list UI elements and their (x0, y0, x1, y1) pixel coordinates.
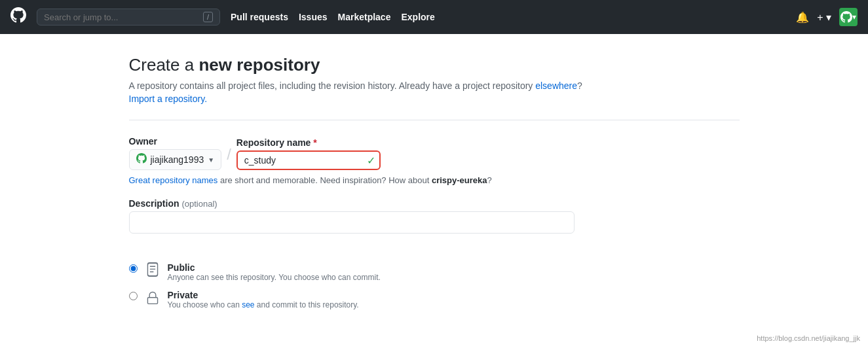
user-avatar-button[interactable]: ▾ (839, 8, 858, 26)
divider (129, 120, 740, 120)
nav-issues[interactable]: Issues (299, 12, 328, 22)
owner-name: jiajikang1993 (151, 154, 204, 165)
import-link: Import a repository. (129, 94, 740, 104)
private-radio[interactable] (129, 292, 138, 300)
description-group: Description (optional) (129, 198, 740, 249)
description-label: Description (optional) (129, 198, 740, 209)
private-see-link[interactable]: see (242, 300, 254, 309)
public-icon (145, 262, 160, 279)
page-title: Create a new repository (129, 55, 740, 75)
public-content: Public Anyone can see this repository. Y… (168, 262, 381, 282)
public-radio[interactable] (129, 264, 138, 273)
repo-name-input[interactable] (236, 150, 381, 170)
public-label: Public (168, 262, 381, 273)
search-bar[interactable]: / (37, 9, 220, 26)
owner-dropdown[interactable]: jiajikang1993 ▼ (129, 149, 222, 170)
public-desc: Anyone can see this repository. You choo… (168, 273, 381, 282)
github-logo-icon[interactable] (10, 7, 26, 27)
search-input[interactable] (44, 12, 198, 22)
owner-dropdown-caret-icon: ▼ (208, 156, 214, 164)
repo-name-hint: Great repository names are short and mem… (129, 175, 740, 185)
private-icon (145, 290, 160, 307)
elsewhere-link[interactable]: elsewhere (535, 80, 577, 91)
owner-repo-row: Owner jiajikang1993 ▼ / Repository name … (129, 136, 740, 170)
owner-group: Owner jiajikang1993 ▼ (129, 136, 222, 170)
repo-name-valid-icon: ✓ (367, 154, 375, 167)
import-repository-link[interactable]: Import a repository. (129, 94, 208, 104)
suggestion-text: crispy-eureka (432, 175, 487, 185)
slash-separator: / (227, 145, 231, 167)
visibility-group: Public Anyone can see this repository. Y… (129, 262, 740, 309)
required-indicator: * (313, 137, 316, 148)
private-content: Private You choose who can see and commi… (168, 290, 359, 309)
great-names-link[interactable]: Great repository names (129, 175, 218, 185)
subtitle-text: A repository contains all project files,… (129, 80, 740, 91)
notifications-button[interactable]: 🔔 (796, 11, 809, 24)
navbar: / Pull requests Issues Marketplace Explo… (0, 0, 868, 34)
search-shortcut-badge: / (203, 12, 213, 22)
description-input[interactable] (129, 211, 575, 234)
private-option: Private You choose who can see and commi… (129, 290, 740, 309)
repo-name-group: Repository name * ✓ (236, 137, 381, 170)
repo-name-wrapper: ✓ (236, 150, 381, 170)
nav-marketplace[interactable]: Marketplace (338, 12, 391, 22)
main-content: Create a new repository A repository con… (113, 34, 755, 330)
owner-label: Owner (129, 136, 222, 147)
private-desc: You choose who can see and commit to thi… (168, 300, 359, 309)
new-menu-button[interactable]: + ▾ (817, 11, 831, 24)
public-option: Public Anyone can see this repository. Y… (129, 262, 740, 282)
private-label: Private (168, 290, 359, 300)
optional-indicator: (optional) (181, 199, 217, 209)
nav-explore[interactable]: Explore (401, 12, 434, 22)
repo-name-label: Repository name * (236, 137, 381, 148)
nav-right: 🔔 + ▾ ▾ (796, 8, 858, 26)
nav-pull-requests[interactable]: Pull requests (231, 12, 288, 22)
nav-links: Pull requests Issues Marketplace Explore (231, 12, 785, 22)
owner-avatar-icon (136, 153, 147, 166)
